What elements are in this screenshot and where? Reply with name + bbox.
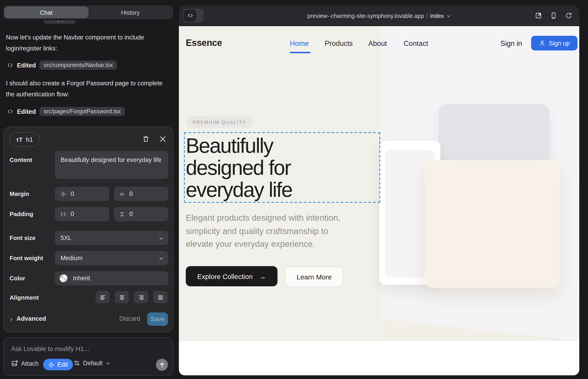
screenshot-stage: Chat History Now let's update the Navbar… — [0, 0, 588, 379]
browser-actions — [534, 12, 573, 20]
font-weight-label: Font weight — [10, 255, 43, 262]
margin-x-input[interactable]: 0 — [55, 187, 109, 201]
padding-x-input[interactable]: 0 — [55, 207, 109, 221]
scrolled-chip-fragment — [43, 20, 76, 24]
padding-label: Padding — [10, 211, 33, 218]
alignment-label: Alignment — [10, 294, 39, 301]
user-icon — [539, 40, 545, 46]
url-page: index — [430, 13, 444, 19]
delete-element-button[interactable] — [140, 133, 152, 145]
sidebar-tabbar: Chat History — [3, 5, 173, 19]
signup-button[interactable]: Sign up — [531, 36, 577, 50]
attach-button[interactable]: Attach — [11, 360, 39, 367]
close-panel-icon[interactable] — [157, 133, 169, 145]
attach-label: Attach — [21, 360, 39, 367]
default-model-select[interactable]: Default — [73, 360, 110, 367]
chevron-down-icon — [159, 236, 164, 241]
arrow-right-icon: → — [259, 272, 266, 280]
edited-label: Edited — [17, 62, 36, 69]
text-type-icon: тT — [16, 136, 23, 143]
paragraph-line: simplicity and quality craftsmanship to — [186, 225, 340, 238]
learn-more-button[interactable]: Learn More — [285, 267, 343, 287]
send-button[interactable] — [156, 359, 168, 371]
advanced-label: Advanced — [16, 315, 46, 322]
file-chip[interactable]: src/components/Navbar.tsx — [40, 61, 117, 70]
prompt-box: Ask Lovable to modify H1... Attach Edit — [3, 337, 173, 376]
margin-horizontal-icon — [60, 191, 66, 197]
margin-y-input[interactable]: 0 — [114, 187, 168, 201]
chevron-down-icon — [159, 256, 164, 261]
nav-link-about[interactable]: About — [368, 39, 387, 48]
nav-link-contact[interactable]: Contact — [404, 39, 428, 48]
chevron-down-icon — [446, 14, 451, 18]
element-selection-outline[interactable] — [184, 132, 380, 203]
padding-x-value: 0 — [71, 211, 74, 218]
edit-mode-button[interactable]: Edit — [43, 359, 73, 370]
signup-label: Sign up — [549, 40, 570, 47]
edited-file-row[interactable]: Edited src/pages/ForgotPassword.tsx — [7, 107, 125, 117]
edited-label: Edited — [17, 108, 36, 115]
file-chip[interactable]: src/pages/ForgotPassword.tsx — [40, 107, 125, 116]
margin-y-value: 0 — [129, 190, 133, 197]
element-editor-panel: тT h1 Content Beautifully designed for e… — [3, 127, 173, 332]
discard-button[interactable]: Discard — [119, 315, 140, 322]
code-icon — [7, 62, 13, 68]
font-size-label: Font size — [10, 235, 35, 241]
padding-y-input[interactable]: 0 — [114, 207, 168, 221]
chevron-right-icon: › — [10, 315, 12, 323]
target-icon — [48, 361, 55, 368]
decorative-card-beige — [425, 160, 559, 288]
arrow-up-icon — [159, 362, 165, 368]
nav-link-products[interactable]: Products — [325, 39, 353, 48]
padding-vertical-icon — [119, 211, 125, 217]
content-textarea[interactable]: Beautifully designed for everyday life — [55, 151, 168, 179]
open-external-icon[interactable] — [534, 12, 542, 20]
font-size-select[interactable]: 5XL — [55, 231, 168, 245]
color-select[interactable]: Inherit — [55, 271, 168, 285]
dot-icon — [62, 21, 63, 22]
advanced-toggle[interactable]: › Advanced — [10, 315, 46, 323]
font-size-value: 5XL — [61, 235, 72, 241]
refresh-icon[interactable] — [565, 12, 573, 20]
tab-chat[interactable]: Chat — [4, 6, 88, 18]
color-swatch-icon — [60, 274, 67, 282]
align-justify-button[interactable] — [153, 291, 167, 303]
paragraph-line: elevate your everyday experience. — [186, 238, 340, 251]
content-label: Content — [10, 157, 32, 163]
section-below-hero — [179, 341, 579, 375]
url-bar[interactable]: preview--charming-site-symphony.lovable.… — [179, 5, 579, 26]
nav-link-home[interactable]: Home — [290, 39, 309, 48]
edited-file-row[interactable]: Edited src/components/Navbar.tsx — [7, 60, 117, 70]
edit-label: Edit — [57, 361, 68, 368]
padding-horizontal-icon — [60, 211, 66, 217]
active-nav-underline — [290, 52, 310, 53]
chevron-down-icon — [106, 361, 110, 365]
decorative-wedge — [381, 318, 579, 341]
mobile-view-icon[interactable] — [549, 12, 558, 20]
image-plus-icon — [11, 360, 18, 367]
save-button[interactable]: Save — [147, 313, 168, 326]
color-label: Color — [10, 275, 25, 282]
selected-element-tag: тT h1 — [10, 132, 39, 147]
preview-window: preview--charming-site-symphony.lovable.… — [179, 5, 579, 375]
dot-icon — [58, 21, 59, 22]
default-label: Default — [83, 360, 103, 367]
padding-y-value: 0 — [129, 211, 133, 218]
tab-history[interactable]: History — [88, 6, 172, 18]
explore-label: Explore Collection — [197, 272, 253, 280]
lovable-app: Chat History Now let's update the Navbar… — [0, 0, 588, 379]
tag-name: h1 — [26, 136, 33, 143]
prompt-input[interactable]: Ask Lovable to modify H1... — [11, 345, 89, 352]
site-logo[interactable]: Essence — [186, 38, 222, 48]
margin-vertical-icon — [119, 191, 125, 197]
align-left-button[interactable] — [95, 291, 110, 303]
signin-link[interactable]: Sign in — [500, 39, 522, 48]
align-center-button[interactable] — [115, 291, 129, 303]
explore-collection-button[interactable]: Explore Collection → — [186, 266, 278, 286]
sliders-icon — [73, 360, 80, 367]
margin-label: Margin — [10, 190, 29, 197]
hero-paragraph: Elegant products designed with intention… — [186, 211, 340, 251]
code-icon — [7, 108, 13, 115]
align-right-button[interactable] — [134, 291, 148, 303]
font-weight-select[interactable]: Medium — [55, 251, 168, 265]
